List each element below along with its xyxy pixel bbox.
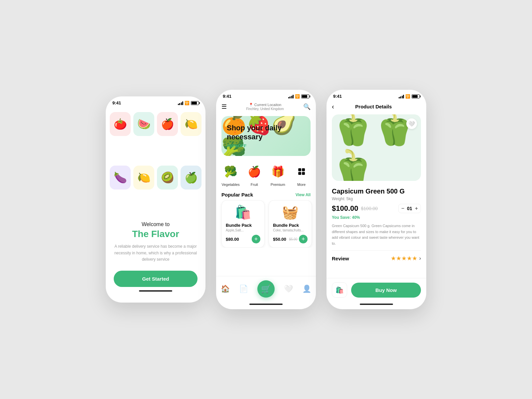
product-screen: ‹ Product Details 🫑🫑🫑 🤍 Capsicum Green 5… — [327, 100, 426, 306]
category-premium[interactable]: 🎁 Premium — [269, 163, 287, 187]
brand-name: The Flavor — [114, 229, 198, 239]
pack-footer-1: $80.00 + — [226, 235, 260, 243]
fruit-label: Fruit — [251, 183, 258, 187]
search-icon[interactable]: 🔍 — [303, 103, 311, 110]
save-text: You Save: 40% — [332, 215, 421, 220]
time-2: 9:41 — [223, 94, 231, 99]
pack-price-2: $50.00 — [273, 237, 286, 242]
product-description: Green Capsicum 500 g. Green Capsicums co… — [332, 223, 421, 246]
location-pin: 📍 Current Locaiton — [246, 103, 284, 107]
more-label: More — [297, 183, 306, 187]
category-vegetables[interactable]: 🥦 Vegetables — [221, 163, 239, 187]
pack-card-2: 🧺 Bundle Pack Coke, tamata,fruits... $50… — [269, 200, 312, 248]
pack-old-price-2: $5.00 — [289, 237, 297, 241]
vegetables-icon: 🥦 — [222, 163, 240, 181]
premium-label: Premium — [271, 183, 285, 187]
review-chevron-icon[interactable]: › — [419, 255, 421, 261]
signal-icon-3 — [399, 94, 404, 98]
nav-cart-btn[interactable]: 🛒 — [257, 280, 275, 298]
time-1: 9:41 — [112, 100, 121, 105]
nav-orders-icon[interactable]: 📄 — [239, 285, 248, 293]
add-pack-2-btn[interactable]: + — [299, 235, 308, 243]
status-icons-2: 🛜 — [288, 94, 310, 99]
grid-icon — [297, 167, 306, 176]
pack-name-1: Bundle Pack — [226, 223, 260, 228]
more-icon — [293, 163, 311, 181]
fruit-eggplant: 🍆 — [110, 166, 131, 190]
popular-section-header: Popular Pack View All — [216, 191, 316, 200]
bottom-nav: 🏠 📄 🛒 🤍 👤 — [216, 276, 316, 300]
welcome-description: A reliable delivery service has become a… — [114, 243, 198, 263]
welcome-text-block: Welcome to The Flavor A reliable deliver… — [106, 221, 205, 271]
category-fruit[interactable]: 🍎 Fruit — [245, 163, 263, 187]
get-started-button[interactable]: Get Started — [114, 271, 198, 287]
category-more[interactable]: More — [293, 163, 311, 187]
product-weight: Weight: 5kg — [332, 197, 421, 201]
nav-home-icon[interactable]: 🏠 — [221, 285, 230, 293]
fruit-grid: 🍅 🍉 🍎 🍋 🍆 🍋 🥝 🍏 — [106, 107, 205, 221]
nav-profile-icon[interactable]: 👤 — [302, 285, 311, 293]
home-bar-3 — [360, 304, 393, 305]
home-indicator-1 — [106, 287, 205, 293]
fruit-watermelon: 🍉 — [133, 112, 154, 136]
packs-row: 🛍️ Bundle Pack Apple,Salt... $80.00 + 🧺 … — [216, 200, 316, 248]
old-price: $100.00 — [361, 206, 378, 211]
wishlist-button[interactable]: 🤍 — [406, 118, 417, 129]
status-icons-3: 🛜 — [399, 94, 420, 99]
current-price: $100.00 — [332, 204, 358, 213]
wifi-icon-2: 🛜 — [295, 94, 300, 99]
buy-now-button[interactable]: Buy Now — [351, 283, 421, 298]
wifi-icon-1: 🛜 — [185, 101, 190, 105]
signal-icon-1 — [178, 101, 184, 105]
nav-wishlist-icon[interactable]: 🤍 — [284, 285, 293, 293]
pack-price-1: $80.00 — [226, 237, 239, 242]
product-page-title: Product Details — [355, 104, 392, 109]
wifi-icon-3: 🛜 — [405, 94, 410, 99]
qty-value: 01 — [407, 206, 412, 211]
add-pack-1-btn[interactable]: + — [252, 235, 260, 243]
battery-icon-2 — [301, 94, 309, 98]
home-indicator-3 — [327, 300, 426, 306]
screens-container: 9:41 🛜 🍅 🍉 🍎 🍋 🍆 — [92, 76, 440, 323]
menu-icon[interactable]: ☰ — [221, 103, 227, 110]
product-name: Capsicum Green 500 G — [332, 188, 421, 195]
fruit-tomato: 🍅 — [110, 112, 131, 136]
qty-decrease-btn[interactable]: − — [401, 205, 404, 211]
banner-text: Shop your daily necessary #50%OFF — [227, 124, 305, 148]
signal-icon-2 — [288, 94, 294, 98]
location-block: 📍 Current Locaiton Finchley, United King… — [246, 103, 284, 111]
status-bar-3: 9:41 🛜 — [327, 90, 426, 100]
fruit-apple: 🍎 — [157, 112, 178, 136]
promo-banner: Shop your daily necessary #50%OFF 🍊🍓🥑🥦 — [221, 116, 311, 156]
product-image-container: 🫑🫑🫑 🤍 — [332, 114, 421, 181]
pack-name-2: Bundle Pack — [273, 223, 308, 228]
review-label: Review — [332, 256, 349, 261]
pack-items-1: Apple,Salt... — [226, 228, 260, 232]
banner-promo: #50%OFF — [227, 143, 305, 148]
home-indicator-2 — [216, 300, 316, 306]
shop-screen: ☰ 📍 Current Locaiton Finchley, United Ki… — [216, 100, 316, 306]
vegetables-label: Vegetables — [221, 183, 239, 187]
pack-emoji-1: 🛍️ — [226, 204, 260, 220]
home-bar-2 — [249, 304, 283, 305]
view-all-btn[interactable]: View All — [296, 193, 311, 197]
fruit-green-apple: 🍏 — [181, 166, 201, 190]
cart-icon-button[interactable]: 🛍️ — [332, 282, 347, 298]
qty-increase-btn[interactable]: + — [415, 205, 418, 211]
review-row: Review ★★★★★ › — [332, 250, 421, 266]
phone-product: 9:41 🛜 ‹ Product Details — [327, 90, 426, 309]
review-stars: ★★★★★ — [391, 255, 417, 262]
premium-icon: 🎁 — [269, 163, 287, 181]
review-right: ★★★★★ › — [391, 255, 421, 262]
status-bar-2: 9:41 🛜 — [216, 90, 316, 100]
status-bar-1: 9:41 🛜 — [106, 96, 205, 107]
categories-row: 🥦 Vegetables 🍎 Fruit 🎁 Premium — [216, 159, 316, 191]
pack-items-2: Coke, tamata,fruits... — [273, 228, 308, 232]
welcome-sub: Welcome to — [114, 221, 198, 227]
pack-emoji-2: 🧺 — [273, 204, 308, 220]
banner-title: Shop your daily necessary — [227, 124, 305, 141]
product-footer: 🛍️ Buy Now — [327, 278, 426, 300]
battery-icon-3 — [412, 94, 420, 98]
pack-card-1: 🛍️ Bundle Pack Apple,Salt... $80.00 + — [221, 200, 265, 248]
back-button[interactable]: ‹ — [332, 103, 334, 110]
